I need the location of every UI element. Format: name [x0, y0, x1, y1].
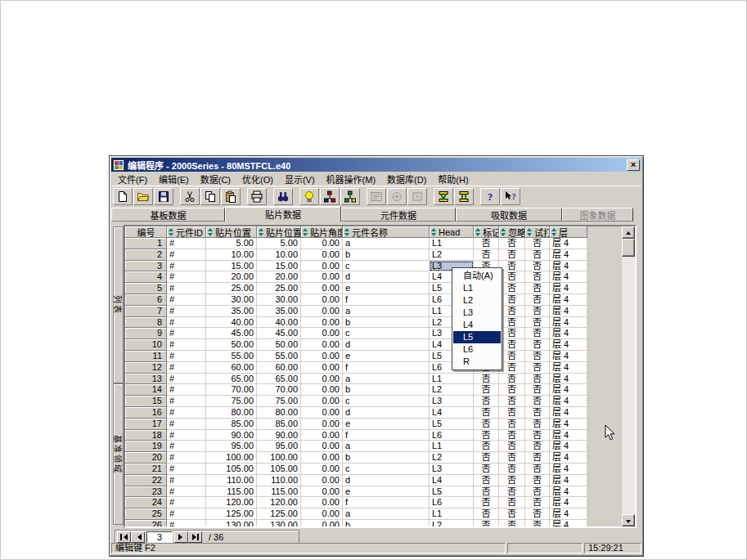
cell-id[interactable]: # — [167, 362, 206, 374]
cell-y[interactable]: 15.00 — [257, 261, 301, 272]
cell-x[interactable]: 30.00 — [206, 294, 257, 306]
cell-angle[interactable]: 0.00 — [301, 328, 343, 339]
cell-head[interactable]: L5 — [430, 419, 474, 430]
cell-trial[interactable]: 否 — [525, 339, 550, 351]
cell-x[interactable]: 115.00 — [206, 486, 257, 498]
cell-name[interactable]: c — [343, 396, 430, 407]
cell-layer[interactable]: 层 4 — [550, 271, 587, 283]
cell-trial[interactable]: 否 — [525, 508, 550, 520]
cell-skip[interactable]: 否 — [499, 351, 525, 362]
cell-id[interactable]: # — [167, 452, 206, 464]
cell-x[interactable]: 20.00 — [206, 271, 257, 283]
cell-skip[interactable]: 否 — [499, 271, 525, 283]
cell-skip[interactable]: 否 — [499, 328, 525, 339]
paste-button[interactable] — [221, 188, 241, 205]
row-number-cell[interactable]: 16 — [125, 407, 167, 419]
context-menu-item-r[interactable]: R — [453, 356, 501, 368]
cell-trial[interactable]: 否 — [525, 441, 550, 452]
cell-angle[interactable]: 0.00 — [301, 271, 343, 283]
find-button[interactable] — [273, 188, 293, 205]
cell-angle[interactable]: 0.00 — [301, 339, 343, 351]
cell-angle[interactable]: 0.00 — [301, 306, 343, 317]
cell-layer[interactable]: 层 4 — [550, 475, 587, 486]
cell-id[interactable]: # — [167, 294, 206, 306]
cell-mark[interactable]: 否 — [474, 497, 499, 508]
column-header-angle[interactable]: 贴片角度 — [301, 226, 343, 238]
cell-angle[interactable]: 0.00 — [301, 430, 343, 441]
cell-layer[interactable]: 层 4 — [550, 452, 587, 464]
cell-y[interactable]: 25.00 — [257, 283, 301, 294]
cell-name[interactable]: f — [343, 497, 430, 508]
side-tab-fiducial-area[interactable]: 基准领域 — [113, 383, 124, 525]
cell-y[interactable]: 40.00 — [257, 317, 301, 329]
cell-x[interactable]: 85.00 — [206, 419, 257, 430]
cell-head[interactable]: L5 — [430, 486, 474, 498]
tab-base-data[interactable]: 基板数据 — [111, 208, 225, 222]
next-page-button[interactable] — [174, 531, 188, 543]
cell-head[interactable]: L2 — [430, 520, 474, 526]
cell-x[interactable]: 125.00 — [206, 508, 257, 520]
cell-angle[interactable]: 0.00 — [301, 294, 343, 306]
cell-layer[interactable]: 层 4 — [550, 317, 587, 329]
cell-name[interactable]: b — [343, 452, 430, 464]
cell-name[interactable]: a — [343, 441, 430, 452]
cell-id[interactable]: # — [167, 486, 206, 498]
column-header-y[interactable]: 贴片位置 — [257, 226, 301, 238]
cell-id[interactable]: # — [167, 430, 206, 441]
row-number-cell[interactable]: 15 — [125, 396, 167, 407]
cell-layer[interactable]: 层 4 — [550, 328, 587, 339]
cell-y[interactable]: 95.00 — [257, 441, 301, 452]
save-button[interactable] — [154, 188, 173, 205]
row-number-cell[interactable]: 8 — [125, 317, 167, 329]
cell-trial[interactable]: 否 — [525, 419, 550, 430]
scroll-up-button[interactable] — [622, 226, 635, 239]
cell-x[interactable]: 110.00 — [206, 475, 257, 486]
column-header-skip[interactable]: 忽略 — [499, 226, 525, 238]
cell-skip[interactable]: 否 — [499, 407, 525, 419]
cell-head[interactable]: L4 — [430, 475, 474, 486]
cell-head[interactable]: L2 — [430, 249, 474, 261]
cell-x[interactable]: 60.00 — [206, 362, 257, 374]
cell-trial[interactable]: 否 — [525, 283, 550, 294]
cell-mark[interactable]: 否 — [474, 452, 499, 464]
context-menu-item-l6[interactable]: L6 — [453, 343, 501, 356]
cell-id[interactable]: # — [167, 396, 206, 407]
row-number-cell[interactable]: 9 — [125, 328, 167, 339]
cell-skip[interactable]: 否 — [499, 441, 525, 452]
row-number-cell[interactable]: 22 — [125, 475, 167, 486]
row-number-cell[interactable]: 5 — [125, 283, 167, 294]
cell-name[interactable]: e — [343, 283, 430, 294]
cell-trial[interactable]: 否 — [525, 430, 550, 441]
cell-mark[interactable]: 否 — [474, 374, 499, 385]
cell-trial[interactable]: 否 — [525, 486, 550, 498]
cell-x[interactable]: 65.00 — [206, 374, 257, 385]
cell-x[interactable]: 10.00 — [206, 249, 257, 261]
cell-mark[interactable]: 否 — [474, 384, 499, 396]
cell-x[interactable]: 75.00 — [206, 396, 257, 407]
cell-id[interactable]: # — [167, 419, 206, 430]
cell-mark[interactable]: 否 — [474, 238, 499, 249]
cell-x[interactable]: 130.00 — [206, 520, 257, 526]
row-number-cell[interactable]: 17 — [125, 419, 167, 430]
cell-layer[interactable]: 层 4 — [550, 374, 587, 385]
cell-layer[interactable]: 层 4 — [550, 464, 587, 475]
cell-y[interactable]: 100.00 — [257, 452, 301, 464]
cell-trial[interactable]: 否 — [525, 475, 550, 486]
cell-id[interactable]: # — [167, 441, 206, 452]
cell-x[interactable]: 55.00 — [206, 351, 257, 362]
cell-angle[interactable]: 0.00 — [301, 238, 343, 249]
cell-mark[interactable]: 否 — [474, 249, 499, 261]
cell-mark[interactable]: 否 — [474, 464, 499, 475]
column-header-id[interactable]: 元件ID — [167, 226, 206, 238]
cell-head[interactable]: L1 — [430, 374, 474, 385]
cell-angle[interactable]: 0.00 — [301, 486, 343, 498]
menu-optimize[interactable]: 优化(O) — [236, 171, 279, 187]
cell-id[interactable]: # — [167, 271, 206, 283]
cell-y[interactable]: 50.00 — [257, 339, 301, 351]
cell-name[interactable]: b — [343, 317, 430, 329]
title-bar[interactable]: 编辑程序 - 2000Series - 80MSTFCL.e40 × — [111, 158, 641, 172]
cell-x[interactable]: 50.00 — [206, 339, 257, 351]
context-menu-item-l3[interactable]: L3 — [453, 307, 501, 319]
cell-angle[interactable]: 0.00 — [301, 374, 343, 385]
cell-mark[interactable]: 否 — [474, 520, 499, 526]
